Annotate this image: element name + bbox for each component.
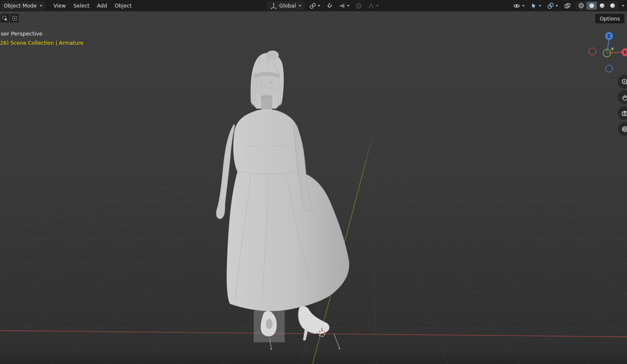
transform-orientation-icon [270,3,277,9]
display-controls [512,1,624,10]
snap-magnet-icon [326,3,333,9]
chevron-down-icon [556,5,558,7]
shading-mode-group [576,1,618,10]
shoe-right-heel [303,329,308,341]
show-gizmos-toggle[interactable] [529,2,543,10]
bone-tip-dot [270,348,272,350]
gizmo-minus-z-ball[interactable] [606,65,613,72]
overlays-icon [547,3,554,9]
gizmos-icon [530,3,537,9]
chin-shadow [261,94,273,99]
breadcrumb: 26) Scene Collection | Armature [0,40,84,46]
chevron-down-icon [522,5,525,7]
view-perspective-label: ser Perspective [1,31,43,37]
chevron-down-icon [318,5,320,7]
grid-view-icon [621,125,627,133]
options-button[interactable]: Options [595,14,624,23]
snap-settings-dropdown[interactable] [337,2,351,10]
gizmo-minus-x-ball[interactable] [589,48,596,55]
proportional-falloff-dropdown[interactable] [367,2,380,10]
visibility-icon [513,3,520,9]
xray-icon [564,3,571,9]
gizmo-y-label: Y [611,47,614,51]
eye-right [271,82,272,84]
eye-left [261,83,262,84]
hand-icon [621,94,627,101]
zoom-icon [621,78,627,86]
solid-shading-icon [589,3,595,9]
material-shading-icon [599,3,605,9]
chevron-down-icon [40,5,42,7]
rendered-shading-icon [609,3,616,9]
menu-add[interactable]: Add [93,1,111,10]
object-visibility-dropdown[interactable] [512,2,526,10]
tool-tweak-button[interactable] [0,14,9,23]
shading-dropdown-chevron[interactable] [622,5,624,7]
camera-icon [621,109,627,117]
select-box-icon [12,15,18,21]
horizon-fade [0,132,627,171]
shoe-right [298,306,329,334]
wireframe-shading-icon [578,3,584,9]
gizmo-z-label: Z [607,34,610,38]
character-model[interactable] [216,51,349,350]
hair-bun [266,51,279,60]
gizmo-y-ball[interactable] [603,49,611,57]
proportional-editing-toggle[interactable] [354,2,363,10]
show-overlays-toggle[interactable] [546,2,559,10]
face-mask [253,74,280,95]
proportional-editing-icon [355,3,362,9]
chevron-down-icon [539,5,541,7]
chevron-down-icon [347,5,349,7]
solid-shading-button[interactable] [586,2,597,10]
axis-gizmo: Z X Y [587,31,627,73]
transform-orientation-dropdown[interactable]: Global [267,1,305,10]
menu-bar: View Select Add Object [50,1,135,10]
menu-view[interactable]: View [50,1,70,10]
snap-toggle[interactable] [325,2,334,10]
orientation-label: Global [279,3,296,9]
rendered-shading-button[interactable] [607,2,618,10]
mode-dropdown[interactable]: Object Mode [0,1,46,10]
active-tool-strip [0,14,19,23]
material-shading-button[interactable] [597,2,607,10]
chevron-down-icon [376,5,379,7]
falloff-curve-icon [368,3,375,9]
wireframe-shading-button[interactable] [576,2,586,10]
gizmo-x-label: X [623,50,627,55]
viewport-header: Object Mode View Select Add Object Globa… [0,0,627,11]
menu-select[interactable]: Select [69,1,93,10]
tweak-tool-icon [2,15,8,21]
xray-toggle[interactable] [563,2,572,10]
mode-dropdown-label: Object Mode [4,3,37,9]
chevron-down-icon [299,5,301,7]
3d-viewport[interactable]: ser Perspective 26) Scene Collection | A… [0,11,627,364]
viewport-scene [0,11,627,364]
pivot-point-icon [309,3,316,9]
shoe-left-opening [266,319,273,329]
pivot-point-dropdown[interactable] [308,2,321,10]
tool-select-box-button[interactable] [10,14,19,23]
bone-tip-dot [339,348,340,349]
transform-controls: Global [267,1,380,10]
snap-target-icon [339,3,345,9]
menu-object[interactable]: Object [111,1,135,10]
